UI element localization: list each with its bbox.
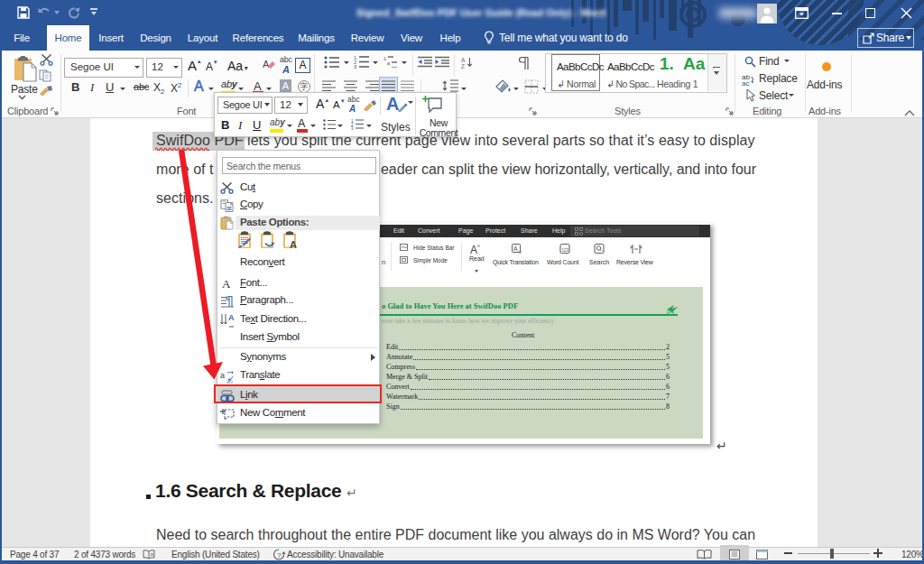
svg-text:A: A <box>513 245 518 252</box>
svg-text:ac: ac <box>742 79 749 86</box>
svg-text:3: 3 <box>351 126 354 130</box>
svg-text:3: 3 <box>354 64 356 69</box>
svg-text:A: A <box>461 57 466 63</box>
svg-text:x: x <box>519 249 522 254</box>
svg-text:?: ? <box>277 551 282 559</box>
svg-text:A: A <box>263 59 270 69</box>
svg-text:A: A <box>290 239 297 249</box>
svg-text:Z: Z <box>461 63 465 69</box>
svg-text:1: 1 <box>383 56 386 61</box>
svg-text:123: 123 <box>562 248 569 253</box>
svg-text:a: a <box>387 60 391 66</box>
